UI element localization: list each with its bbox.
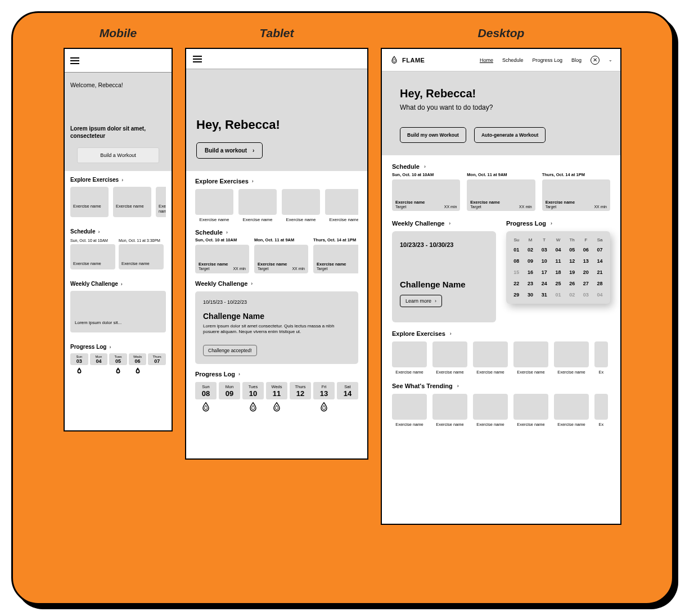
day-cell[interactable]: Sun03 [70, 353, 88, 365]
explore-heading[interactable]: Explore Exercises› [195, 178, 358, 185]
calendar-day[interactable]: 17 [537, 267, 551, 278]
calendar-day[interactable]: 09 [524, 255, 538, 267]
exercise-card[interactable]: Exercise name [156, 187, 166, 217]
schedule-card[interactable]: Thurs, Oct. 14 at 1PM Exercise name Targ… [313, 237, 358, 273]
calendar-day[interactable]: 01 [551, 289, 565, 300]
exercise-card[interactable]: Exercise name [325, 189, 358, 222]
calendar-day[interactable]: 05 [565, 244, 579, 255]
calendar-day[interactable]: 18 [551, 267, 565, 278]
calendar-day[interactable]: 16 [524, 267, 538, 278]
learn-more-button[interactable]: Learn more› [400, 295, 442, 307]
schedule-card[interactable]: Mon, Oct. 11 at 9AM Exercise name Target… [254, 237, 308, 273]
progress-heading[interactable]: Progress Log› [195, 371, 358, 377]
schedule-card[interactable]: Sun, Oct. 10 at 10AM Exercise name Targe… [392, 172, 460, 211]
exercise-card[interactable]: Ex [594, 341, 608, 375]
hamburger-icon[interactable] [70, 57, 79, 64]
exercise-card[interactable]: Ex [594, 394, 608, 427]
exercise-card[interactable]: Exercise name [70, 187, 109, 217]
calendar-day[interactable]: 15 [510, 267, 524, 278]
nav-home[interactable]: Home [480, 57, 493, 63]
schedule-card[interactable]: Mon, Oct. 11 at 3:30PM Exercise name [119, 239, 164, 269]
build-workout-button[interactable]: Build a workout› [196, 142, 263, 159]
calendar-day[interactable]: 13 [579, 255, 593, 267]
nav-schedule[interactable]: Schedule [502, 57, 524, 63]
exercise-card[interactable]: Exercise name [392, 341, 427, 375]
exercise-card[interactable]: Exercise name [432, 341, 467, 375]
calendar-day[interactable]: 26 [565, 278, 579, 289]
weekly-heading[interactable]: Weekly Challenge› [70, 281, 166, 287]
trending-heading[interactable]: See What's Trending› [392, 383, 610, 389]
nav-progress-log[interactable]: Progress Log [532, 57, 562, 63]
calendar-day[interactable]: 30 [524, 289, 538, 300]
exercise-card[interactable]: Exercise name [473, 394, 508, 427]
calendar-day[interactable]: 12 [565, 255, 579, 267]
progress-heading[interactable]: Progress Log› [506, 220, 610, 227]
schedule-card[interactable]: Sun, Oct. 10 at 10AM Exercise name Targe… [195, 237, 249, 273]
exercise-card[interactable]: Exercise name [113, 187, 151, 217]
calendar-day[interactable]: 25 [551, 278, 565, 289]
calendar-day[interactable]: 22 [510, 278, 524, 289]
calendar-day[interactable]: 01 [510, 244, 524, 255]
exercise-card[interactable]: Exercise name [513, 394, 548, 427]
day-cell[interactable]: Tues10 [242, 382, 264, 399]
day-cell[interactable]: Fri13 [313, 382, 335, 399]
day-cell[interactable]: Sat14 [337, 382, 358, 399]
calendar[interactable]: SuMTWThFSa010203040506070809101112131415… [506, 231, 610, 304]
calendar-day[interactable]: 20 [579, 267, 593, 278]
exercise-card[interactable]: Exercise name [432, 394, 467, 427]
calendar-day[interactable]: 02 [524, 244, 538, 255]
exercise-card[interactable]: Exercise name [473, 341, 508, 375]
exercise-card[interactable]: Exercise name [554, 341, 589, 375]
calendar-day[interactable]: 03 [537, 244, 551, 255]
explore-heading[interactable]: Explore Exercises› [392, 330, 610, 337]
day-cell[interactable]: Mon09 [219, 382, 240, 399]
user-avatar-icon[interactable]: ✕ [591, 56, 600, 65]
calendar-day[interactable]: 31 [537, 289, 551, 300]
schedule-heading[interactable]: Schedule› [195, 229, 358, 236]
day-cell[interactable]: Weds06 [129, 353, 147, 365]
calendar-day[interactable]: 06 [579, 244, 593, 255]
nav-blog[interactable]: Blog [571, 57, 582, 63]
calendar-day[interactable]: 24 [537, 278, 551, 289]
calendar-day[interactable]: 29 [510, 289, 524, 300]
schedule-heading[interactable]: Schedule› [392, 163, 610, 170]
calendar-day[interactable]: 21 [593, 267, 607, 278]
exercise-card[interactable]: Exercise name [195, 189, 233, 222]
day-cell[interactable]: Thurs12 [290, 382, 311, 399]
exercise-card[interactable]: Exercise name [392, 394, 427, 427]
day-cell[interactable]: Tues05 [109, 353, 127, 365]
calendar-day[interactable]: 02 [565, 289, 579, 300]
explore-heading[interactable]: Explore Exercises› [70, 177, 166, 183]
progress-heading[interactable]: Progress Log› [70, 344, 166, 350]
exercise-card[interactable]: Exercise name [238, 189, 277, 222]
auto-generate-workout-button[interactable]: Auto-generate a Workout [474, 127, 546, 143]
day-cell[interactable]: Thurs07 [148, 353, 166, 365]
calendar-day[interactable]: 14 [593, 255, 607, 267]
exercise-card[interactable]: Exercise name [554, 394, 589, 427]
schedule-heading[interactable]: Schedule› [70, 228, 166, 235]
schedule-card[interactable]: Mon, Oct. 11 at 9AM Exercise name Target… [467, 172, 535, 211]
calendar-day[interactable]: 27 [579, 278, 593, 289]
calendar-day[interactable]: 28 [593, 278, 607, 289]
build-my-own-workout-button[interactable]: Build my own Workout [400, 127, 466, 143]
calendar-day[interactable]: 23 [524, 278, 538, 289]
calendar-day[interactable]: 04 [593, 289, 607, 300]
weekly-heading[interactable]: Weekly Challenge› [392, 220, 496, 227]
exercise-card[interactable]: Exercise name [513, 341, 548, 375]
schedule-card[interactable]: Sun, Oct. 10 at 10AM Exercise name [70, 239, 115, 269]
schedule-card[interactable]: Thurs, Oct. 14 at 1PM Exercise name Targ… [542, 172, 610, 211]
calendar-day[interactable]: 07 [593, 244, 607, 255]
calendar-day[interactable]: 19 [565, 267, 579, 278]
day-cell[interactable]: Weds11 [266, 382, 287, 399]
day-cell[interactable]: Sun08 [195, 382, 217, 399]
build-workout-button[interactable]: Build a Workout [77, 147, 159, 163]
calendar-day[interactable]: 11 [551, 255, 565, 267]
challenge-accepted-button[interactable]: Challenge accepted! [203, 345, 257, 356]
hamburger-icon[interactable] [193, 56, 202, 62]
calendar-day[interactable]: 03 [579, 289, 593, 300]
calendar-day[interactable]: 04 [551, 244, 565, 255]
exercise-card[interactable]: Exercise name [282, 189, 320, 222]
calendar-day[interactable]: 08 [510, 255, 524, 267]
challenge-card[interactable]: Lorem ipsum dolor sit... [70, 291, 166, 332]
chevron-down-icon[interactable]: ⌄ [609, 57, 612, 62]
